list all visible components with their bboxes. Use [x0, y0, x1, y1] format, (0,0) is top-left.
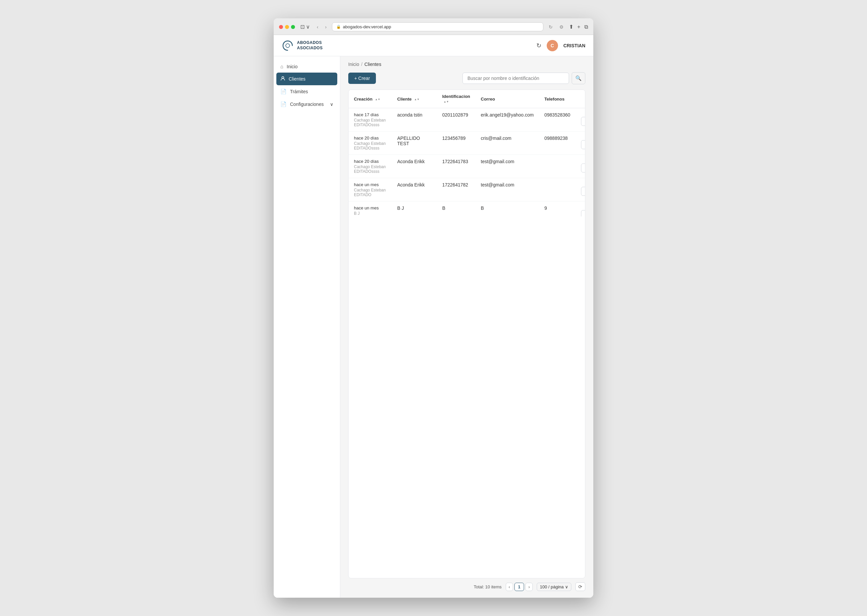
forward-button[interactable]: ›	[324, 24, 328, 30]
breadcrumb: Inicio / Clientes	[340, 56, 593, 67]
cell-actions-3: Editar ···	[576, 178, 585, 201]
app-header: ABOGADOS ASOCIADOS ↻ C CRISTIAN	[274, 35, 593, 56]
next-page-button[interactable]: ›	[525, 583, 533, 591]
per-page-arrow-icon: ∨	[565, 585, 569, 589]
edit-button-1[interactable]: Editar	[581, 140, 585, 149]
cell-creacion-1: hace 20 días Cachago Esteban EDITADOssss	[349, 132, 392, 155]
per-page-selector[interactable]: 100 / página ∨	[537, 583, 571, 591]
breadcrumb-separator: /	[361, 61, 363, 67]
header-refresh-button[interactable]: ↻	[536, 42, 541, 49]
per-page-label: 100 / página	[540, 585, 564, 589]
creation-date-1: hace 20 días	[354, 135, 386, 140]
sidebar: ⌂ Inicio Clientes 📄 Trámites	[274, 56, 340, 598]
col-correo: Correo	[476, 90, 539, 108]
browser-controls-bar: ⊡ ∨ ‹ › 🔒 abogados-dev.vercel.app ↻ ⚙ ⬆ …	[279, 22, 588, 31]
maximize-window-button[interactable]	[291, 25, 295, 29]
sidebar-item-configuraciones[interactable]: 📄 Configuraciones ∨	[274, 98, 340, 110]
cell-correo-3: test@gmail.com	[476, 178, 539, 201]
tramites-icon: 📄	[280, 89, 287, 94]
config-icon: 📄	[280, 101, 287, 107]
share-button[interactable]: ⬆	[569, 24, 573, 30]
col-cliente[interactable]: Cliente ▲▼	[392, 90, 437, 108]
cell-identificacion-4: B	[437, 201, 476, 217]
cell-correo-4: B	[476, 201, 539, 217]
address-bar[interactable]: 🔒 abogados-dev.vercel.app	[332, 22, 543, 31]
create-button[interactable]: + Crear	[348, 72, 376, 84]
cell-identificacion-0: 0201102879	[437, 108, 476, 132]
creation-sub-0: Cachago Esteban EDITADOssss	[354, 118, 386, 127]
cell-actions-0: Editar ···	[576, 108, 585, 132]
close-window-button[interactable]	[279, 25, 283, 29]
table-row: hace 20 días Cachago Esteban EDITADOssss…	[349, 155, 585, 178]
table-header-row: Creación ▲▼ Cliente ▲▼ Identificacion ▲▼	[349, 90, 585, 108]
settings-button[interactable]: ⚙	[558, 24, 565, 30]
sidebar-item-inicio[interactable]: ⌂ Inicio	[274, 60, 340, 72]
cell-creacion-0: hace 17 días Cachago Esteban EDITADOssss	[349, 108, 392, 132]
traffic-lights	[279, 25, 295, 29]
creation-sub-4: B J	[354, 211, 386, 216]
prev-page-button[interactable]: ‹	[506, 583, 513, 591]
new-tab-button[interactable]: +	[577, 24, 580, 30]
sort-icon-creacion: ▲▼	[375, 98, 380, 101]
sidebar-item-clientes[interactable]: Clientes	[276, 72, 337, 85]
sort-icon-identificacion: ▲▼	[443, 100, 449, 103]
cell-cliente-3: Aconda Erikk	[392, 178, 437, 201]
toolbar: + Crear 🔍	[348, 72, 585, 84]
pagination-refresh-button[interactable]: ⟳	[575, 582, 585, 591]
app-body: ⌂ Inicio Clientes 📄 Trámites	[274, 56, 593, 598]
sidebar-label-inicio: Inicio	[287, 64, 298, 69]
clients-table: Creación ▲▼ Cliente ▲▼ Identificacion ▲▼	[349, 90, 585, 217]
reload-button[interactable]: ↻	[547, 24, 554, 30]
cell-correo-0: erik.angel19@yahoo.com	[476, 108, 539, 132]
user-avatar: C	[547, 40, 558, 51]
back-button[interactable]: ‹	[315, 24, 320, 30]
creation-sub-3: Cachago Esteban EDITADO	[354, 188, 386, 197]
search-area: 🔍	[462, 72, 585, 84]
tab-overview-button[interactable]: ⧉	[584, 24, 588, 30]
col-creacion[interactable]: Creación ▲▼	[349, 90, 392, 108]
data-table-container: Creación ▲▼ Cliente ▲▼ Identificacion ▲▼	[348, 90, 585, 578]
creation-date-3: hace un mes	[354, 182, 386, 187]
table-body: hace 17 días Cachago Esteban EDITADOssss…	[349, 108, 585, 217]
creation-date-2: hace 20 días	[354, 159, 386, 164]
logo-icon	[282, 39, 294, 52]
minimize-window-button[interactable]	[285, 25, 289, 29]
cell-telefonos-2	[539, 155, 576, 178]
sidebar-toggle-button[interactable]: ⊡ ∨	[299, 23, 311, 31]
sidebar-label-tramites: Trámites	[290, 89, 308, 94]
cell-correo-2: test@gmail.com	[476, 155, 539, 178]
sidebar-label-clientes: Clientes	[289, 76, 306, 82]
home-icon: ⌂	[280, 64, 283, 69]
edit-button-0[interactable]: Editar	[581, 117, 585, 126]
table-row: hace 20 días Cachago Esteban EDITADOssss…	[349, 132, 585, 155]
cell-telefonos-3	[539, 178, 576, 201]
creation-sub-1: Cachago Esteban EDITADOssss	[354, 141, 386, 151]
breadcrumb-current: Clientes	[364, 61, 382, 67]
lock-icon: 🔒	[336, 25, 341, 29]
pagination-area: Total: 10 items ‹ 1 › 100 / página ∨ ⟳	[348, 578, 585, 592]
search-input[interactable]	[462, 72, 569, 84]
cell-identificacion-2: 1722641783	[437, 155, 476, 178]
configuraciones-left: 📄 Configuraciones	[280, 101, 324, 107]
cell-cliente-0: aconda tstin	[392, 108, 437, 132]
cell-actions-2: Editar ···	[576, 155, 585, 178]
cell-actions-1: Editar ···	[576, 132, 585, 155]
search-button[interactable]: 🔍	[572, 72, 585, 84]
sidebar-label-configuraciones: Configuraciones	[290, 102, 324, 107]
cell-telefonos-0: 0983528360	[539, 108, 576, 132]
table-scroll[interactable]: Creación ▲▼ Cliente ▲▼ Identificacion ▲▼	[349, 90, 585, 217]
browser-chrome: ⊡ ∨ ‹ › 🔒 abogados-dev.vercel.app ↻ ⚙ ⬆ …	[274, 18, 593, 35]
edit-button-3[interactable]: Editar	[581, 187, 585, 196]
app-container: ABOGADOS ASOCIADOS ↻ C CRISTIAN ⌂ Inicio	[274, 35, 593, 598]
logo-text: ABOGADOS ASOCIADOS	[297, 40, 323, 50]
edit-button-4[interactable]: Editar	[581, 210, 585, 217]
chevron-down-icon: ∨	[330, 102, 333, 107]
breadcrumb-home[interactable]: Inicio	[348, 61, 359, 67]
edit-button-2[interactable]: Editar	[581, 163, 585, 173]
browser-window: ⊡ ∨ ‹ › 🔒 abogados-dev.vercel.app ↻ ⚙ ⬆ …	[274, 18, 593, 598]
cell-creacion-3: hace un mes Cachago Esteban EDITADO	[349, 178, 392, 201]
col-identificacion[interactable]: Identificacion ▲▼	[437, 90, 476, 108]
pagination-controls: ‹ 1 ›	[506, 583, 533, 591]
sidebar-item-tramites[interactable]: 📄 Trámites	[274, 85, 340, 98]
cell-correo-1: cris@mail.com	[476, 132, 539, 155]
